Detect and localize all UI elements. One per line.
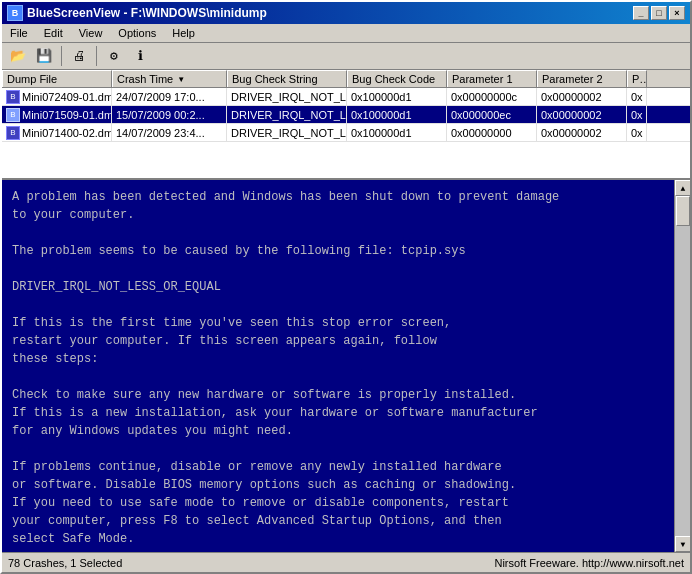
bsod-display: A problem has been detected and Windows … xyxy=(2,180,674,552)
table-row[interactable]: B Mini072409-01.dmp 24/07/2009 17:0... D… xyxy=(2,88,690,106)
cell-bug-string-3: DRIVER_IRQL_NOT_L... xyxy=(227,124,347,141)
title-bar-left: B BlueScreenView - F:\WINDOWS\minidump xyxy=(7,5,267,21)
toolbar-sep2 xyxy=(96,46,97,66)
cell-dump-3: B Mini071400-02.dmp xyxy=(2,124,112,141)
cell-crash-3: 14/07/2009 23:4... xyxy=(112,124,227,141)
bsod-wrapper: A problem has been detected and Windows … xyxy=(2,180,690,552)
toolbar-sep1 xyxy=(61,46,62,66)
cell-pe-2: 0x xyxy=(627,106,647,123)
col-header-dump[interactable]: Dump File xyxy=(2,70,112,87)
menu-options[interactable]: Options xyxy=(114,26,160,40)
title-buttons: _ □ × xyxy=(633,6,685,20)
crash-table: Dump File Crash Time ▼ Bug Check String … xyxy=(2,70,690,180)
col-pe-label: Pe xyxy=(632,73,647,85)
close-button[interactable]: × xyxy=(669,6,685,20)
status-left: 78 Crashes, 1 Selected xyxy=(8,557,122,569)
status-right: Nirsoft Freeware. http://www.nirsoft.net xyxy=(494,557,684,569)
main-window: B BlueScreenView - F:\WINDOWS\minidump _… xyxy=(0,0,692,574)
cell-dump-2: B Mini071509-01.dmp xyxy=(2,106,112,123)
menu-bar: File Edit View Options Help xyxy=(2,24,690,43)
minimize-button[interactable]: _ xyxy=(633,6,649,20)
dump-icon-3: B xyxy=(6,126,20,140)
toolbar-save[interactable]: 💾 xyxy=(32,45,56,67)
cell-bug-code-3: 0x100000d1 xyxy=(347,124,447,141)
window-title: BlueScreenView - F:\WINDOWS\minidump xyxy=(27,6,267,20)
sort-arrow-icon: ▼ xyxy=(177,75,185,84)
menu-view[interactable]: View xyxy=(75,26,107,40)
col-bug-code-label: Bug Check Code xyxy=(352,73,435,85)
toolbar-print[interactable]: 🖨 xyxy=(67,45,91,67)
status-bar: 78 Crashes, 1 Selected Nirsoft Freeware.… xyxy=(2,552,690,572)
cell-bug-string-2: DRIVER_IRQL_NOT_L... xyxy=(227,106,347,123)
col-header-param2[interactable]: Parameter 2 xyxy=(537,70,627,87)
table-body: B Mini072409-01.dmp 24/07/2009 17:0... D… xyxy=(2,88,690,178)
col-header-crash[interactable]: Crash Time ▼ xyxy=(112,70,227,87)
dump-icon-2: B xyxy=(6,108,20,122)
col-header-bug-string[interactable]: Bug Check String xyxy=(227,70,347,87)
col-bug-string-label: Bug Check String xyxy=(232,73,318,85)
table-header: Dump File Crash Time ▼ Bug Check String … xyxy=(2,70,690,88)
cell-param2-1: 0x00000002 xyxy=(537,88,627,105)
dump-icon-1: B xyxy=(6,90,20,104)
col-header-pe[interactable]: Pe xyxy=(627,70,647,87)
app-icon: B xyxy=(7,5,23,21)
col-param1-label: Parameter 1 xyxy=(452,73,513,85)
scroll-up-button[interactable]: ▲ xyxy=(675,180,690,196)
col-header-param1[interactable]: Parameter 1 xyxy=(447,70,537,87)
col-param2-label: Parameter 2 xyxy=(542,73,603,85)
scroll-down-button[interactable]: ▼ xyxy=(675,536,690,552)
toolbar: 📂 💾 🖨 ⚙ ℹ xyxy=(2,43,690,70)
scroll-thumb[interactable] xyxy=(676,196,690,226)
table-row[interactable]: B Mini071400-02.dmp 14/07/2009 23:4... D… xyxy=(2,124,690,142)
cell-param1-1: 0x00000000c xyxy=(447,88,537,105)
cell-bug-string-1: DRIVER_IRQL_NOT_L... xyxy=(227,88,347,105)
menu-edit[interactable]: Edit xyxy=(40,26,67,40)
col-crash-label: Crash Time xyxy=(117,73,173,85)
cell-crash-1: 24/07/2009 17:0... xyxy=(112,88,227,105)
toolbar-info[interactable]: ℹ xyxy=(128,45,152,67)
maximize-button[interactable]: □ xyxy=(651,6,667,20)
cell-param1-2: 0x000000ec xyxy=(447,106,537,123)
cell-pe-1: 0x xyxy=(627,88,647,105)
cell-crash-2: 15/07/2009 00:2... xyxy=(112,106,227,123)
col-header-bug-code[interactable]: Bug Check Code xyxy=(347,70,447,87)
toolbar-open[interactable]: 📂 xyxy=(6,45,30,67)
cell-dump-1: B Mini072409-01.dmp xyxy=(2,88,112,105)
title-bar: B BlueScreenView - F:\WINDOWS\minidump _… xyxy=(2,2,690,24)
cell-param1-3: 0x00000000 xyxy=(447,124,537,141)
toolbar-options[interactable]: ⚙ xyxy=(102,45,126,67)
scroll-track xyxy=(675,196,690,536)
cell-param2-2: 0x00000002 xyxy=(537,106,627,123)
menu-file[interactable]: File xyxy=(6,26,32,40)
bsod-scrollbar[interactable]: ▲ ▼ xyxy=(674,180,690,552)
cell-bug-code-1: 0x100000d1 xyxy=(347,88,447,105)
cell-bug-code-2: 0x100000d1 xyxy=(347,106,447,123)
cell-param2-3: 0x00000002 xyxy=(537,124,627,141)
col-dump-label: Dump File xyxy=(7,73,57,85)
cell-pe-3: 0x xyxy=(627,124,647,141)
menu-help[interactable]: Help xyxy=(168,26,199,40)
table-row[interactable]: B Mini071509-01.dmp 15/07/2009 00:2... D… xyxy=(2,106,690,124)
